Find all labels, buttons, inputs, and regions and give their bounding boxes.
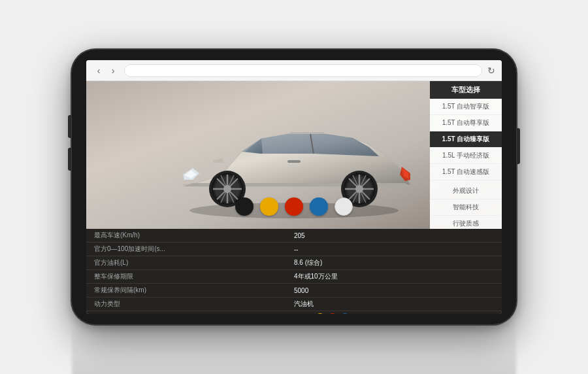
spec-label-6: 车长(mm)	[94, 313, 294, 314]
specs-area: 最高车速(Km/h) 205 官方0—100加速时间(s... -- 官方油耗(…	[86, 229, 502, 314]
swatch-red[interactable]	[285, 197, 303, 216]
swatch-blue[interactable]	[310, 197, 328, 216]
color-swatches	[235, 197, 353, 216]
spec-label-4: 常规保养间隔(km)	[94, 286, 294, 295]
spec-label-2: 官方油耗(L)	[94, 258, 294, 267]
url-bar[interactable]	[124, 64, 482, 77]
screen: ‹ › ↻	[86, 60, 502, 314]
spec-label-1: 官方0—100加速时间(s...	[94, 245, 294, 254]
swatch-white[interactable]	[335, 197, 353, 216]
reload-button[interactable]: ↻	[487, 65, 495, 76]
panel-item-1[interactable]: 1.5T 自动尊享版	[430, 115, 502, 131]
spec-value-4: 5000	[294, 287, 494, 294]
svg-rect-22	[287, 160, 301, 163]
svg-point-11	[223, 185, 231, 193]
phone-container: ‹ › ↻	[39, 17, 549, 357]
spec-label-3: 整车保修期限	[94, 272, 294, 281]
spec-row-1: 官方0—100加速时间(s... --	[86, 243, 502, 256]
panel-cat-1[interactable]: 智能科技	[430, 199, 502, 216]
spec-row-5: 动力类型 汽油机	[86, 298, 502, 311]
spec-value-3: 4年或10万公里	[294, 272, 494, 281]
panel-item-2[interactable]: 1.5T 自动臻享版	[430, 131, 502, 148]
phone-body: ‹ › ↻	[72, 50, 516, 324]
spec-value-5: 汽油机	[294, 299, 494, 309]
spec-value-2: 8.6 (综合)	[294, 258, 494, 267]
spec-value-0: 205	[294, 232, 494, 239]
screen-content: 车型选择 1.5T 自动智享版 1.5T 自动尊享版 1.5T 自动臻享版 1.…	[86, 81, 502, 314]
browser-nav: ‹ ›	[93, 65, 119, 76]
forward-button[interactable]: ›	[107, 65, 119, 76]
right-panel: 车型选择 1.5T 自动智享版 1.5T 自动尊享版 1.5T 自动臻享版 1.…	[430, 81, 502, 229]
spec-row-3: 整车保修期限 4年或10万公里	[86, 270, 502, 284]
panel-cat-2[interactable]: 行驶质感	[430, 216, 502, 229]
swatch-yellow[interactable]	[260, 197, 278, 216]
back-button[interactable]: ‹	[93, 65, 105, 76]
spec-value-1: --	[294, 246, 494, 253]
panel-cat-0[interactable]: 外观设计	[430, 183, 502, 199]
panel-item-0[interactable]: 1.5T 自动智享版	[430, 99, 502, 115]
phone-reflection	[72, 318, 516, 374]
panel-title: 车型选择	[430, 81, 502, 99]
browser-bar: ‹ › ↻	[86, 60, 502, 81]
spec-label-5: 动力类型	[94, 299, 294, 309]
svg-point-21	[355, 185, 363, 193]
spec-row-4: 常规保养间隔(km) 5000	[86, 284, 502, 298]
spec-row-2: 官方油耗(L) 8.6 (综合)	[86, 256, 502, 270]
spec-row-6: 车长(mm) 4900	[86, 311, 502, 314]
car-area: 车型选择 1.5T 自动智享版 1.5T 自动尊享版 1.5T 自动臻享版 1.…	[86, 81, 502, 229]
spec-value-6: 4900	[294, 313, 494, 314]
spec-label-0: 最高车速(Km/h)	[94, 231, 294, 240]
panel-item-3[interactable]: 1.5L 手动经济版	[430, 148, 502, 164]
panel-item-4[interactable]: 1.5T 自动速感版	[430, 164, 502, 180]
swatch-black[interactable]	[235, 197, 253, 216]
spec-row-0: 最高车速(Km/h) 205	[86, 229, 502, 243]
